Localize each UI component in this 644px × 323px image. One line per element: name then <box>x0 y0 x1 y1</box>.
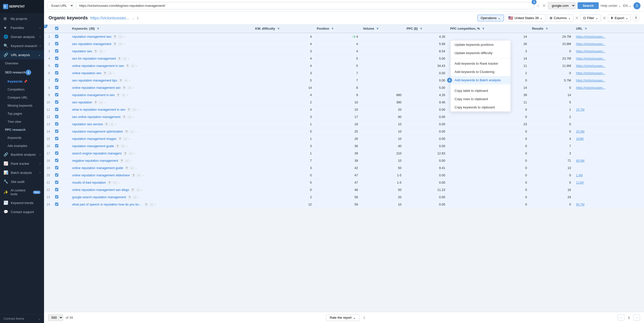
menu-item-update-difficulty[interactable]: Update keywords difficulty <box>451 49 510 57</box>
url-link[interactable]: https://victoriousseo... <box>576 86 605 90</box>
sidebar-item-top-pages[interactable]: Top pages <box>0 110 44 118</box>
action-btn-2[interactable]: ··· <box>130 130 134 134</box>
action-btn-1[interactable]: ? <box>131 173 135 177</box>
action-btn-2[interactable]: ··· <box>123 137 128 141</box>
expand-icon[interactable]: › <box>104 50 105 53</box>
action-btn-1[interactable]: ? <box>94 49 98 53</box>
row-checkbox-cell[interactable] <box>53 84 70 92</box>
filter-icon[interactable]: ▼ <box>482 27 485 30</box>
col-url[interactable]: URL ▼ <box>574 25 644 33</box>
action-btn-1[interactable]: ? <box>107 181 111 185</box>
action-btn-2[interactable]: ··· <box>136 188 141 192</box>
keyword-text[interactable]: reputation management images <box>72 137 116 141</box>
action-btn-2[interactable]: ··· <box>118 42 123 46</box>
filter-icon[interactable]: ▼ <box>376 27 379 30</box>
expand-icon[interactable]: › <box>155 203 156 206</box>
operations-button[interactable]: Operations ⌄ <box>477 15 504 21</box>
col-ppc-comp[interactable]: PPC competition, % ▼ <box>448 25 530 33</box>
row-checkbox[interactable] <box>55 144 58 147</box>
url-input[interactable] <box>76 2 534 9</box>
row-checkbox-cell[interactable] <box>53 77 70 84</box>
expand-icon[interactable]: › <box>133 86 134 90</box>
row-checkbox-cell[interactable] <box>53 135 70 143</box>
action-btn-2[interactable]: ··· <box>99 100 103 104</box>
filter-button[interactable]: ⊡ Filter ⌄ <box>580 15 601 21</box>
action-btn-2[interactable]: ··· <box>121 93 126 97</box>
sidebar-item-tree-view[interactable]: Tree view <box>0 118 44 126</box>
keyword-text[interactable]: reputation management in seo <box>72 93 115 97</box>
row-checkbox[interactable] <box>55 78 58 82</box>
sidebar-item-site-audit[interactable]: 🔧 Site audit <box>0 177 44 186</box>
per-page-select[interactable]: 500 <box>48 314 63 321</box>
sidebar-item-ppc-keywords[interactable]: Keywords <box>0 134 44 142</box>
action-btn-2[interactable]: ··· <box>123 57 127 61</box>
row-checkbox-cell[interactable] <box>53 62 70 70</box>
row-checkbox[interactable] <box>55 86 58 89</box>
row-checkbox[interactable] <box>55 159 58 162</box>
action-btn-2[interactable]: ··· <box>127 86 132 90</box>
keyword-text[interactable]: what part of speech is reputation how do… <box>72 203 143 206</box>
expand-icon[interactable]: › <box>130 79 131 82</box>
row-checkbox[interactable] <box>55 188 58 191</box>
menu-item-add-batch[interactable]: 4 Add keywords to Batch analysis <box>451 76 510 84</box>
expand-icon[interactable]: › <box>124 35 125 38</box>
col-check[interactable] <box>53 25 70 33</box>
keyword-text[interactable]: reputation seo <box>72 50 92 53</box>
url-link[interactable]: https://victoriousseo... <box>576 35 605 38</box>
logo[interactable]: S SERPSTAT <box>0 0 44 13</box>
url-link[interactable]: https://victoriousseo... <box>576 42 605 46</box>
action-btn-1[interactable]: ? <box>117 57 122 61</box>
expand-icon[interactable]: › <box>134 152 135 155</box>
country-button[interactable]: 🇺🇸 United States 39 ⌄ <box>505 14 545 22</box>
info-icon[interactable]: ℹ <box>137 16 138 20</box>
filter-icon[interactable]: ▼ <box>584 27 587 30</box>
row-checkbox-cell[interactable] <box>53 99 70 106</box>
theme-toggle[interactable]: Contrast theme ⌄ <box>4 317 41 320</box>
expand-icon[interactable]: › <box>129 137 130 141</box>
keyword-text[interactable]: online reputation management san diego <box>72 188 129 192</box>
language-button[interactable]: EN ⌄ <box>623 4 631 8</box>
action-btn-1[interactable]: ? <box>128 195 132 199</box>
expand-icon[interactable]: › <box>124 42 125 46</box>
filter-icon[interactable]: ▼ <box>277 27 280 30</box>
keyword-text[interactable]: negative reputation management <box>72 159 118 163</box>
row-checkbox-cell[interactable] <box>53 179 70 186</box>
filter-icon[interactable]: ▼ <box>545 27 548 30</box>
help-button[interactable]: ? <box>632 15 639 22</box>
sidebar-item-ads-examples[interactable]: Ads examples <box>0 142 44 150</box>
action-btn-2[interactable]: ··· <box>109 122 114 126</box>
row-checkbox-cell[interactable] <box>53 186 70 194</box>
col-results[interactable]: Results ▼ <box>530 25 574 33</box>
row-checkbox-cell[interactable] <box>53 172 70 179</box>
action-btn-1[interactable]: ? <box>116 93 120 97</box>
expand-icon[interactable]: › <box>118 181 119 184</box>
expand-icon[interactable]: › <box>135 130 136 133</box>
action-btn-1[interactable]: ? <box>113 35 117 39</box>
keyword-text[interactable]: seo for reputation management <box>72 57 116 60</box>
sidebar-item-favorites[interactable]: ★ Favorites › <box>0 23 44 32</box>
sidebar-item-competitors[interactable]: Competitors <box>0 86 44 94</box>
expand-icon[interactable]: › <box>136 166 137 170</box>
next-page-button[interactable]: › <box>633 314 640 321</box>
sidebar-item-batch-analysis[interactable]: 📊 Batch analysis › <box>0 168 44 177</box>
action-btn-2[interactable]: ··· <box>132 108 137 112</box>
url-link[interactable]: 163M <box>576 137 584 141</box>
action-btn-2[interactable]: ··· <box>120 144 125 148</box>
action-btn-2[interactable]: ··· <box>125 159 130 163</box>
action-btn-2[interactable]: ··· <box>99 49 103 53</box>
action-btn-1[interactable]: ? <box>127 108 131 112</box>
row-checkbox[interactable] <box>55 42 58 45</box>
url-link[interactable]: https://victoriousseo... <box>576 64 605 68</box>
export-button[interactable]: ⬆ Export ⌄ <box>608 15 631 21</box>
keyword-text[interactable]: seo reputation management tips <box>72 79 117 82</box>
url-link[interactable]: 1.4M <box>576 174 583 177</box>
sidebar-item-my-projects[interactable]: ⊞ My projects <box>0 14 44 23</box>
row-checkbox-cell[interactable] <box>53 128 70 135</box>
action-btn-2[interactable]: ··· <box>131 64 135 68</box>
action-btn-1[interactable]: ? <box>118 78 123 83</box>
filter-icon[interactable]: ▼ <box>420 27 423 30</box>
action-btn-1[interactable]: ? <box>144 203 148 207</box>
row-checkbox-cell[interactable] <box>53 92 70 99</box>
row-checkbox[interactable] <box>55 122 58 126</box>
keyword-text[interactable]: what is reputation management in seo <box>72 108 125 111</box>
